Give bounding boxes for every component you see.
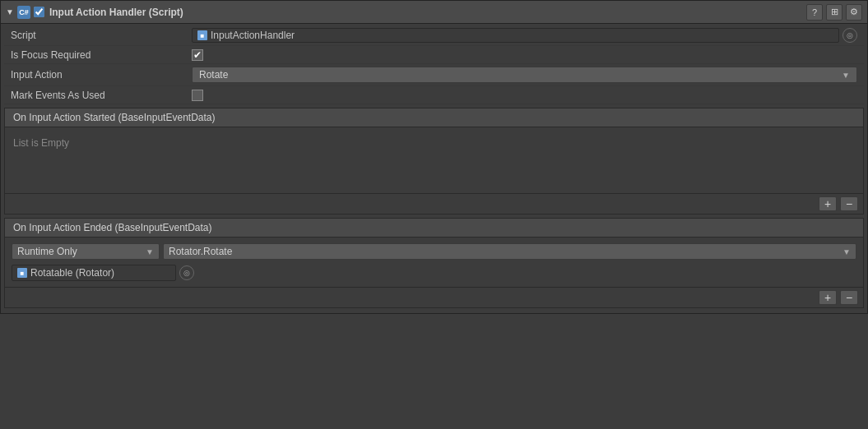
mark-events-value (192, 90, 857, 101)
runtime-only-value: Runtime Only (17, 246, 77, 257)
event-ended-add-button[interactable]: + (819, 290, 837, 305)
script-value-container: ■ InputActionHandler ◎ (192, 28, 857, 43)
is-focus-required-value: ✔ (192, 49, 857, 61)
runtime-only-dropdown[interactable]: Runtime Only ▼ (12, 243, 160, 260)
event-started-remove-button[interactable]: − (840, 196, 858, 211)
dropdown-arrow-icon: ▼ (842, 71, 850, 80)
script-type-icon: C# (17, 6, 30, 19)
input-action-selected: Rotate (199, 69, 228, 81)
script-field: ■ InputActionHandler (192, 28, 839, 43)
object-target-icon[interactable]: ◎ (179, 265, 194, 280)
function-dropdown-arrow-icon: ▼ (842, 247, 851, 256)
settings-button[interactable]: ⚙ (846, 4, 862, 21)
script-file-icon: ■ (197, 30, 207, 40)
event-ended-header: On Input Action Ended (BaseInputEventDat… (5, 219, 863, 238)
object-file-icon: ■ (17, 268, 27, 278)
mark-events-checkbox[interactable] (192, 90, 203, 101)
inspector-panel: ▼ C# Input Action Handler (Script) ? ⊞ ⚙… (0, 0, 868, 314)
event-ended-function-row: Runtime Only ▼ Rotator.Rotate ▼ (8, 241, 860, 262)
event-ended-footer: + − (5, 287, 863, 307)
event-started-body: List is Empty (5, 127, 863, 193)
preset-button[interactable]: ⊞ (826, 4, 842, 21)
script-label: Script (11, 30, 192, 41)
component-header: ▼ C# Input Action Handler (Script) ? ⊞ ⚙ (1, 1, 867, 24)
event-ended-section: On Input Action Ended (BaseInputEventDat… (4, 218, 864, 308)
input-action-row: Input Action Rotate ▼ (4, 64, 864, 86)
input-action-value: Rotate ▼ (192, 67, 857, 83)
event-started-empty: List is Empty (13, 134, 855, 152)
object-field: ■ Rotatable (Rotator) (12, 265, 176, 281)
collapse-arrow[interactable]: ▼ (6, 7, 14, 16)
event-ended-body: Runtime Only ▼ Rotator.Rotate ▼ ■ Rotata… (5, 238, 863, 287)
event-started-header: On Input Action Started (BaseInputEventD… (5, 108, 863, 127)
object-value: Rotatable (Rotator) (30, 267, 114, 279)
event-ended-object-row: ■ Rotatable (Rotator) ◎ (8, 262, 860, 284)
script-row: Script ■ InputActionHandler ◎ (4, 25, 864, 46)
function-value: Rotator.Rotate (169, 246, 232, 257)
event-started-add-button[interactable]: + (819, 196, 837, 211)
main-content: Script ■ InputActionHandler ◎ Is Focus R… (1, 24, 867, 313)
input-action-dropdown[interactable]: Rotate ▼ (192, 67, 857, 83)
help-button[interactable]: ? (806, 4, 823, 21)
is-focus-required-checkbox[interactable]: ✔ (192, 49, 203, 61)
event-ended-remove-button[interactable]: − (840, 290, 858, 305)
mark-events-label: Mark Events As Used (11, 90, 192, 101)
header-actions: ? ⊞ ⚙ (806, 4, 862, 21)
component-title: Input Action Handler (Script) (49, 7, 806, 18)
event-started-footer: + − (5, 193, 863, 214)
input-action-label: Input Action (11, 69, 192, 81)
is-focus-required-label: Is Focus Required (11, 49, 192, 61)
is-focus-required-row: Is Focus Required ✔ (4, 46, 864, 64)
runtime-dropdown-arrow-icon: ▼ (146, 247, 154, 256)
component-enabled-checkbox[interactable] (34, 7, 44, 17)
event-started-section: On Input Action Started (BaseInputEventD… (4, 108, 864, 214)
mark-events-row: Mark Events As Used (4, 86, 864, 104)
script-name: InputActionHandler (211, 30, 295, 41)
function-dropdown[interactable]: Rotator.Rotate ▼ (163, 243, 856, 260)
script-target-icon[interactable]: ◎ (842, 28, 857, 43)
checkmark-icon: ✔ (193, 50, 202, 60)
